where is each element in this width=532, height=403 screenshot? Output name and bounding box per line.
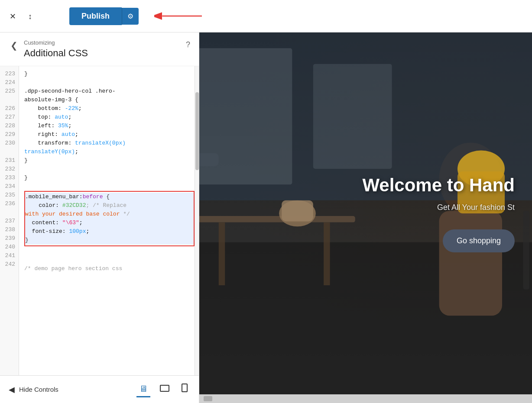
code-line-232: [24, 165, 195, 174]
code-line-225b: absolute-img-3 {: [24, 96, 195, 104]
code-line-228: left: 35%;: [24, 122, 195, 130]
line-num-223: 223: [0, 70, 19, 78]
sort-icon: [28, 11, 32, 21]
preview-content: Welcome to Hand Get All Your fashion St …: [199, 32, 532, 394]
tablet-icon: [160, 385, 169, 392]
code-line-240: [24, 247, 195, 256]
scrollbar[interactable]: [195, 66, 199, 375]
top-bar: Publish: [0, 0, 532, 32]
scroll-indicator: [204, 396, 212, 401]
code-line-239: }: [25, 236, 194, 245]
customizing-label: Customizing: [24, 39, 182, 46]
close-button[interactable]: [7, 9, 19, 24]
settings-button[interactable]: [122, 8, 139, 25]
code-line-236a: color: #32CD32; /* Replace: [25, 201, 194, 210]
line-num-230: 230: [0, 139, 19, 148]
phone-view-button[interactable]: [179, 382, 190, 397]
code-line-233: }: [24, 174, 195, 182]
line-num-240: 240: [0, 243, 19, 251]
welcome-text: Welcome to Hand: [217, 174, 515, 196]
sidebar-title-block: Customizing Additional CSS: [24, 39, 182, 59]
line-numbers: 223 224 225 226 227 228 229 230 231 232 …: [0, 66, 19, 375]
scrollbar-thumb: [195, 92, 199, 170]
code-line-226: bottom: -22%;: [24, 104, 195, 113]
line-num-233: 233: [0, 174, 19, 182]
code-content: } .dpp-second-hero-col .hero- absolute-i…: [19, 66, 195, 375]
preview-area: Welcome to Hand Get All Your fashion St …: [199, 32, 532, 403]
additional-css-title: Additional CSS: [24, 48, 182, 59]
line-num-239: 239: [0, 234, 19, 243]
line-num-236: 236: [0, 200, 19, 208]
hide-controls-label: Hide Controls: [19, 386, 58, 393]
top-bar-left: Publish: [7, 7, 206, 25]
line-num-236b: [0, 208, 19, 217]
help-icon: ?: [186, 40, 190, 49]
red-arrow-svg: [154, 12, 206, 20]
code-line-241: [24, 256, 195, 264]
code-line-234: [24, 182, 195, 191]
help-button[interactable]: ?: [186, 40, 190, 49]
code-line-242: /* demo page hero section css: [24, 264, 195, 273]
code-line-227: top: auto;: [24, 113, 195, 122]
main-layout: Customizing Additional CSS ? 223 224 225…: [0, 32, 532, 403]
hide-controls-button[interactable]: ◀ Hide Controls: [9, 385, 58, 394]
bottom-bar: ◀ Hide Controls 🖥: [0, 375, 199, 403]
line-num-242: 242: [0, 260, 19, 269]
tagline-text: Get All Your fashion St: [217, 203, 515, 212]
preview-bottom-bar: [199, 394, 532, 403]
line-num-230b: [0, 148, 19, 156]
line-num-237: 237: [0, 217, 19, 226]
line-num-232: 232: [0, 165, 19, 174]
desktop-icon: 🖥: [139, 384, 148, 393]
line-num-226: 226: [0, 104, 19, 113]
tablet-view-button[interactable]: [157, 382, 172, 397]
arrow-indicator: [154, 12, 206, 20]
line-num-234: 234: [0, 182, 19, 191]
line-num-235: 235: [0, 191, 19, 200]
code-line-229: right: auto;: [24, 130, 195, 139]
phone-icon: [182, 384, 188, 392]
sort-button[interactable]: [26, 9, 35, 24]
highlighted-code-block: .mobile_menu_bar:before { color: #32CD32…: [24, 191, 195, 246]
line-num-238: 238: [0, 226, 19, 234]
close-icon: [10, 11, 16, 21]
line-num-227: 227: [0, 113, 19, 122]
code-line-230a: transform: translateX(0px): [24, 139, 195, 148]
code-line-231: }: [24, 156, 195, 165]
line-num-229: 229: [0, 130, 19, 139]
code-editor-inner: 223 224 225 226 227 228 229 230 231 232 …: [0, 66, 199, 375]
code-line-238: font-size: 100px;: [25, 227, 194, 236]
sidebar-header: Customizing Additional CSS ?: [0, 32, 199, 66]
preview-image: Welcome to Hand Get All Your fashion St …: [199, 32, 532, 394]
line-num-231: 231: [0, 156, 19, 165]
line-num-224: 224: [0, 78, 19, 87]
gear-icon: [127, 12, 133, 20]
code-line-235: .mobile_menu_bar:before {: [25, 193, 194, 201]
code-line-224: [24, 78, 195, 87]
back-button[interactable]: [9, 40, 19, 51]
publish-group: Publish: [69, 7, 139, 25]
view-icons: 🖥: [136, 382, 190, 397]
code-line-223: }: [24, 70, 195, 78]
circle-left-icon: ◀: [9, 385, 15, 394]
line-num-241: 241: [0, 251, 19, 260]
preview-text-area: Welcome to Hand Get All Your fashion St …: [199, 157, 532, 270]
publish-button[interactable]: Publish: [69, 7, 122, 25]
code-line-237: content: "\63";: [25, 219, 194, 227]
sidebar: Customizing Additional CSS ? 223 224 225…: [0, 32, 199, 403]
code-line-225a: .dpp-second-hero-col .hero-: [24, 87, 195, 96]
code-line-236b: with your desired base color */: [25, 210, 194, 219]
code-editor[interactable]: 223 224 225 226 227 228 229 230 231 232 …: [0, 66, 199, 375]
go-shopping-button[interactable]: Go shopping: [443, 229, 515, 252]
code-line-230b: translateY(0px);: [24, 148, 195, 156]
line-num-225b: [0, 96, 19, 104]
line-num-228: 228: [0, 122, 19, 130]
back-icon: [10, 41, 18, 50]
desktop-view-button[interactable]: 🖥: [136, 382, 150, 397]
svg-rect-14: [313, 64, 392, 169]
line-num-225: 225: [0, 87, 19, 96]
